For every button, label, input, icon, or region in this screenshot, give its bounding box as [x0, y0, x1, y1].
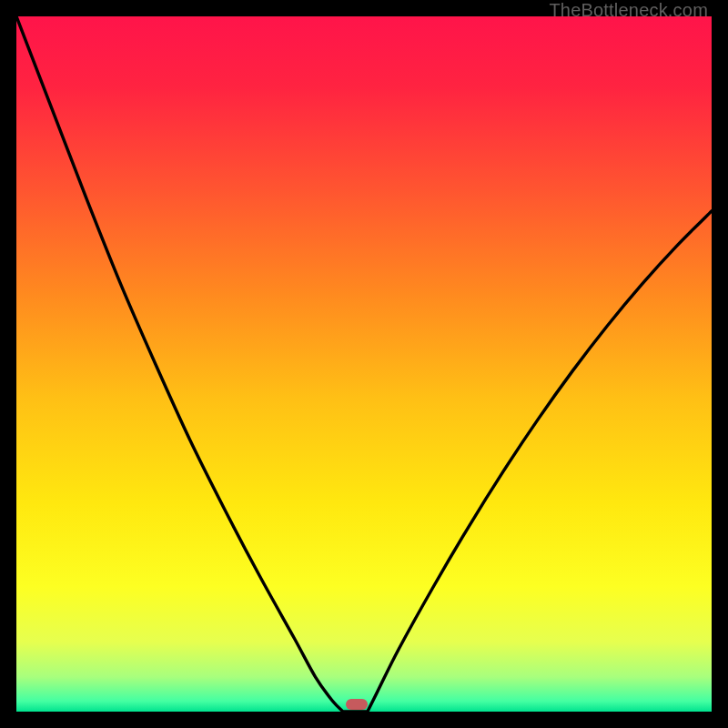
- optimal-marker: [346, 699, 368, 710]
- bottleneck-curve: [16, 16, 712, 712]
- watermark-text: TheBottleneck.com: [549, 0, 708, 21]
- chart-frame: TheBottleneck.com: [0, 0, 728, 728]
- plot-area: [16, 16, 712, 712]
- curve-layer: [16, 16, 712, 712]
